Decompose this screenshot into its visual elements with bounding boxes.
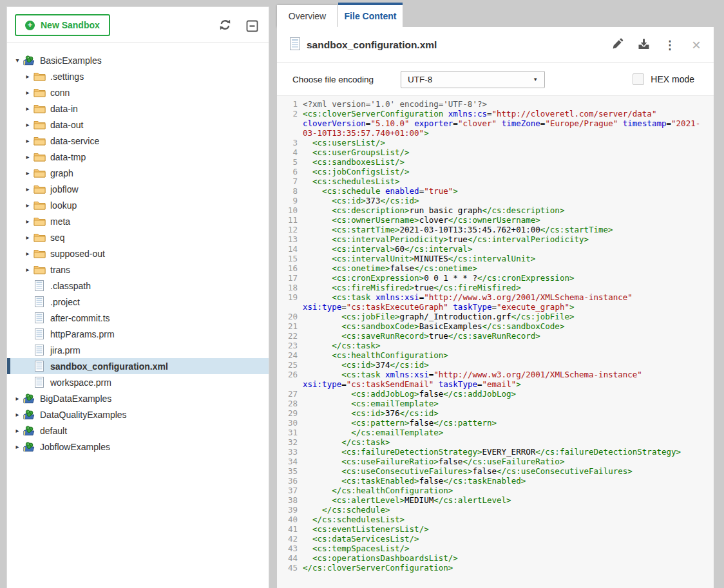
tree-item-workspace-prm[interactable]: workspace.prm [7, 374, 269, 390]
code-line: 22 <cs:saveRunRecord>true</cs:saveRunRec… [283, 331, 709, 341]
tree-item-jobflowexamples[interactable]: ▸JobflowExamples [7, 439, 269, 455]
file-header: sandbox_configuration.xml ⋮ × [277, 27, 714, 63]
expand-arrow-icon[interactable]: ▸ [23, 202, 33, 209]
tree-item-data-out[interactable]: ▸data-out [7, 117, 269, 133]
pencil-icon [611, 38, 624, 52]
hex-mode-checkbox[interactable] [633, 73, 644, 85]
tree-item-meta[interactable]: ▸meta [7, 213, 269, 229]
tree-item-label: BasicExamples [40, 55, 102, 66]
tab-file-content[interactable]: File Content [338, 3, 403, 27]
collapse-all-icon [246, 20, 258, 34]
code-line: 24 <cs:healthConfiguration> [283, 350, 709, 360]
expand-arrow-icon[interactable]: ▸ [23, 73, 33, 80]
code-text: <?xml version='1.0' encoding='UTF-8'?> [303, 99, 709, 109]
more-options-button[interactable]: ⋮ [662, 37, 678, 53]
expand-arrow-icon[interactable]: ▾ [12, 57, 23, 64]
line-number: 22 [283, 331, 298, 341]
code-text: <cs:dataServicesList/> [303, 534, 709, 544]
line-number: 17 [283, 273, 298, 283]
expand-arrow-icon[interactable]: ▸ [23, 234, 33, 241]
edit-button[interactable] [609, 37, 625, 53]
encoding-label: Choose file encoding [292, 75, 374, 84]
tree-item-lookup[interactable]: ▸lookup [7, 197, 269, 213]
tree-item-label: BigDataExamples [40, 394, 111, 404]
expand-arrow-icon[interactable]: ▸ [23, 121, 33, 128]
code-text: <cs:sandboxesList/> [303, 157, 709, 167]
tree-item-sandbox-configuration-xml[interactable]: sandbox_configuration.xml [7, 358, 269, 374]
tree-item-label: .project [50, 297, 80, 307]
folder-icon [33, 71, 46, 81]
file-icon [33, 280, 46, 291]
folder-icon [33, 184, 46, 194]
code-text: <cs:cloverServerConfiguration xmlns:cs="… [303, 109, 709, 138]
expand-arrow-icon[interactable]: ▸ [23, 137, 33, 144]
tree-item-jobflow[interactable]: ▸jobflow [7, 181, 269, 197]
line-number: 2 [283, 109, 298, 119]
tree-item-conn[interactable]: ▸conn [7, 84, 269, 100]
folder-icon [33, 120, 46, 129]
folder-icon [33, 152, 46, 162]
tree-item-httpparams-prm[interactable]: httpParams.prm [7, 326, 269, 342]
code-line: 9 <cs:id>373</cs:id> [283, 196, 709, 205]
tree-item-label: .settings [50, 71, 84, 82]
close-button[interactable]: × [688, 37, 705, 53]
tree-item-dataqualityexamples[interactable]: ▸DataQualityExamples [7, 406, 269, 422]
code-text: </cs:cloverServerConfiguration> [303, 563, 709, 573]
tree-item--classpath[interactable]: .classpath [7, 278, 269, 294]
tree-item-label: lookup [50, 200, 77, 211]
code-line: 36 <cs:taskEnabled>false</cs:taskEnabled… [283, 476, 709, 486]
expand-arrow-icon[interactable]: ▸ [23, 153, 33, 160]
code-line: 3 <cs:usersList/> [283, 138, 709, 147]
code-line: 6 <cs:jobConfigsList/> [283, 167, 709, 176]
tree-item-trans[interactable]: ▸trans [7, 261, 269, 278]
tree-item-data-tmp[interactable]: ▸data-tmp [7, 149, 269, 165]
code-line: 21 <cs:sandboxCode>BasicExamples</cs:san… [283, 321, 709, 331]
refresh-button[interactable] [217, 18, 233, 33]
code-text: </cs:healthConfiguration> [303, 486, 709, 495]
new-sandbox-label: New Sandbox [41, 20, 100, 30]
expand-arrow-icon[interactable]: ▸ [12, 427, 23, 434]
expand-arrow-icon[interactable]: ▸ [23, 185, 33, 193]
tree-item-bigdataexamples[interactable]: ▸BigDataExamples [7, 390, 269, 406]
line-number: 26 [283, 370, 298, 379]
code-line: 4 <cs:userGroupsList/> [283, 147, 709, 157]
sandbox-tree-panel: + New Sandbox ▾BasicExamples▸.sett [6, 6, 269, 588]
tree-item-graph[interactable]: ▸graph [7, 165, 269, 181]
expand-arrow-icon[interactable]: ▸ [23, 89, 33, 96]
tree-item-label: default [40, 426, 67, 436]
expand-arrow-icon[interactable]: ▸ [12, 443, 23, 450]
line-number: 21 [283, 321, 298, 331]
expand-arrow-icon[interactable]: ▸ [23, 266, 33, 273]
tree-item-default[interactable]: ▸default [7, 422, 269, 439]
tree-item-supposed-out[interactable]: ▸supposed-out [7, 245, 269, 261]
download-button[interactable] [635, 37, 652, 53]
tree-item-after-commit-ts[interactable]: after-commit.ts [7, 310, 269, 326]
tree-item-data-in[interactable]: ▸data-in [7, 100, 269, 117]
expand-arrow-icon[interactable]: ▸ [12, 395, 23, 402]
code-viewer[interactable]: 1<?xml version='1.0' encoding='UTF-8'?>2… [277, 95, 714, 588]
line-number: 1 [283, 99, 298, 109]
expand-arrow-icon[interactable]: ▸ [23, 218, 33, 225]
encoding-select[interactable]: UTF-8 ▼ [401, 71, 545, 88]
tree-item-basicexamples[interactable]: ▾BasicExamples [7, 52, 269, 68]
new-sandbox-button[interactable]: + New Sandbox [15, 14, 110, 36]
line-number: 23 [283, 341, 298, 350]
tree-item-label: meta [50, 216, 70, 227]
code-text: <cs:schedulesList> [303, 176, 709, 186]
tree-item--project[interactable]: .project [7, 294, 269, 310]
expand-arrow-icon[interactable]: ▸ [23, 105, 33, 112]
tree-item-label: conn [50, 88, 70, 98]
expand-arrow-icon[interactable]: ▸ [23, 169, 33, 176]
tab-overview[interactable]: Overview [277, 5, 338, 27]
tree-item-jira-prm[interactable]: jira.prm [7, 342, 269, 358]
tree-item-seq[interactable]: ▸seq [7, 229, 269, 245]
line-number: 28 [283, 399, 298, 408]
line-number: 25 [283, 360, 298, 370]
expand-arrow-icon[interactable]: ▸ [23, 250, 33, 257]
tree-item--settings[interactable]: ▸.settings [7, 68, 269, 84]
collapse-all-button[interactable] [244, 19, 260, 35]
tree-item-data-service[interactable]: ▸data-service [7, 133, 269, 149]
expand-arrow-icon[interactable]: ▸ [12, 411, 23, 418]
file-tree[interactable]: ▾BasicExamples▸.settings▸conn▸data-in▸da… [7, 43, 269, 455]
line-number: 42 [283, 534, 298, 544]
